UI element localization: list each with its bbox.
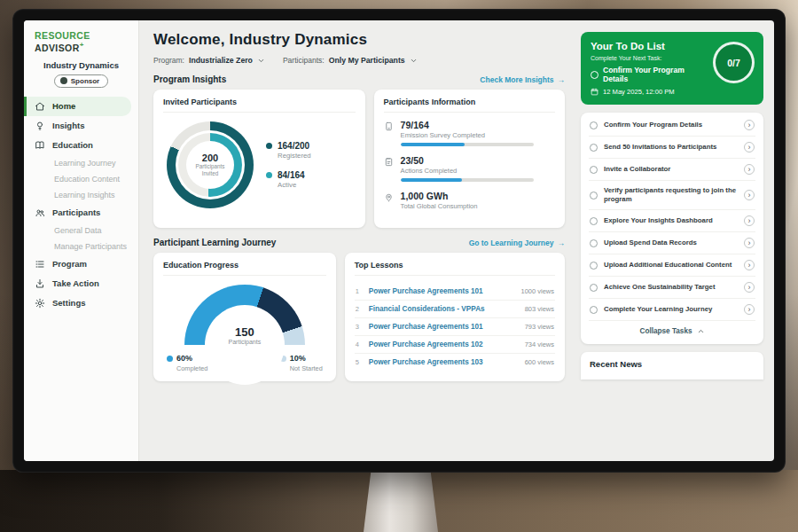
todo-summary-card: Your To Do List Complete Your Next Task:… [581, 32, 763, 105]
checkbox-icon[interactable] [590, 306, 598, 314]
org-name: Industry Dynamics [24, 60, 138, 70]
participants-information-card: Participants Information 79/164 Emission… [374, 90, 565, 228]
lesson-views: 1000 views [520, 287, 554, 295]
legend-item: 84/164 Active [266, 170, 311, 189]
checkbox-icon[interactable] [590, 144, 598, 152]
checkbox-icon[interactable] [590, 166, 598, 174]
task-item[interactable]: Send 50 Invitations to Participants › [589, 137, 755, 159]
checkbox-icon[interactable] [590, 121, 598, 129]
stat-value: 79/164 [401, 120, 534, 130]
task-label: Upload Additional Educational Content [604, 261, 738, 270]
sidebar-item-manage-participants[interactable]: Manage Participants [24, 239, 138, 254]
stat-label: Actions Completed [401, 167, 534, 175]
lesson-link[interactable]: Power Purchase Agreements 101 [369, 287, 515, 295]
people-icon [35, 207, 45, 218]
collapse-label: Collapse Tasks [639, 327, 692, 335]
sponsor-label: Sponsor [71, 77, 99, 85]
todo-next-task[interactable]: Confirm Your Program Details [591, 66, 710, 83]
lesson-row: 1 Power Purchase Agreements 101 1000 vie… [355, 283, 555, 301]
lesson-row: 3 Power Purchase Agreements 101 793 view… [355, 318, 555, 336]
sidebar-item-take-action[interactable]: Take Action [24, 274, 138, 293]
checkbox-icon[interactable] [591, 71, 598, 79]
task-item[interactable]: Confirm Your Program Details › [589, 114, 755, 137]
sidebar-item-general-data[interactable]: General Data [24, 223, 138, 239]
gear-icon [35, 298, 45, 309]
task-item[interactable]: Explore Your Insights Dashboard › [589, 210, 755, 232]
checkbox-icon[interactable] [590, 192, 598, 200]
chevron-right-icon[interactable]: › [744, 260, 755, 270]
section-title: Participant Learning Journey [153, 238, 276, 247]
program-dropdown[interactable]: Program: Industrialize Zero [153, 56, 265, 65]
task-label: Complete Your Learning Journey [604, 305, 738, 314]
sidebar-item-label: Education [52, 140, 93, 150]
sidebar-item-insights[interactable]: Insights [24, 116, 138, 136]
legend-label: Active [278, 181, 305, 189]
program-label: Program: [153, 56, 184, 65]
task-label: Explore Your Insights Dashboard [604, 216, 738, 225]
todo-progress-ring: 0/7 [713, 42, 755, 83]
chevron-right-icon[interactable]: › [744, 164, 755, 175]
sidebar-item-settings[interactable]: Settings [24, 293, 138, 313]
chevron-right-icon[interactable]: › [744, 142, 755, 153]
lesson-views: 600 views [525, 358, 554, 366]
invited-donut-chart: 200 Participants Invited [167, 121, 254, 208]
arrow-right-icon: → [558, 239, 566, 247]
task-item[interactable]: Complete Your Learning Journey › [589, 299, 755, 321]
top-lessons-card: Top Lessons 1 Power Purchase Agreements … [345, 253, 565, 381]
actions-icon [384, 157, 394, 167]
donut-center-label: Participants Invited [191, 163, 230, 176]
sponsor-icon [60, 77, 67, 84]
task-item[interactable]: Achieve One Sustainability Target › [589, 277, 755, 299]
participants-dropdown[interactable]: Participants: Only My Participants [283, 56, 418, 65]
lesson-link[interactable]: Power Purchase Agreements 101 [369, 323, 519, 331]
lesson-link[interactable]: Power Purchase Agreements 103 [369, 358, 519, 366]
collapse-tasks-button[interactable]: Collapse Tasks [589, 321, 755, 342]
legend-value: 164/200 [278, 141, 309, 151]
chevron-right-icon[interactable]: › [744, 282, 755, 293]
chevron-right-icon[interactable]: › [744, 238, 755, 248]
checkbox-icon[interactable] [590, 217, 598, 225]
chevron-right-icon[interactable]: › [744, 215, 755, 226]
sidebar-item-learning-insights[interactable]: Learning Insights [24, 187, 138, 203]
task-label: Confirm Your Program Details [604, 121, 738, 129]
sidebar-item-education-content[interactable]: Education Content [24, 171, 138, 187]
gauge-hole [205, 305, 285, 385]
lesson-row: 2 Financial Considerations - VPPAs 803 v… [355, 301, 555, 318]
sidebar-item-participants[interactable]: Participants [24, 203, 138, 223]
checkbox-icon[interactable] [590, 284, 598, 292]
chevron-right-icon[interactable]: › [744, 304, 755, 315]
dashboard-screen: RESOURCE ADVISOR+ Industry Dynamics Spon… [24, 20, 774, 461]
page-title: Welcome, Industry Dynamics [153, 31, 565, 49]
checkbox-icon[interactable] [590, 262, 598, 270]
link-label: Go to Learning Journey [469, 239, 554, 247]
legend-item: 164/200 Registered [266, 141, 311, 160]
chevron-right-icon[interactable]: › [744, 190, 755, 200]
survey-icon [384, 121, 394, 131]
sidebar-item-home[interactable]: Home [24, 97, 131, 116]
sidebar-item-program[interactable]: Program [24, 254, 138, 274]
card-title: Participants Information [384, 98, 555, 113]
task-item[interactable]: Verify participants requesting to join t… [589, 181, 755, 210]
go-to-learning-journey-link[interactable]: Go to Learning Journey → [469, 239, 565, 247]
sidebar-item-learning-journey[interactable]: Learning Journey [24, 155, 138, 171]
task-item[interactable]: Upload Spend Data Records › [589, 232, 755, 254]
list-icon [35, 259, 45, 270]
lesson-link[interactable]: Financial Considerations - VPPAs [369, 305, 519, 313]
calendar-icon [591, 88, 598, 96]
brand-plus: + [80, 41, 84, 49]
check-more-insights-link[interactable]: Check More Insights → [480, 75, 565, 84]
education-gauge-chart: 150 Participants [184, 285, 305, 345]
sidebar-item-education[interactable]: Education [24, 136, 138, 155]
lesson-views: 734 views [525, 340, 554, 348]
todo-panel: Your To Do List Complete Your Next Task:… [575, 20, 774, 461]
checkbox-icon[interactable] [590, 239, 598, 247]
lesson-link[interactable]: Power Purchase Agreements 102 [369, 340, 519, 348]
task-item[interactable]: Upload Additional Educational Content › [589, 254, 755, 277]
legend-label: Registered [278, 152, 311, 160]
legend-value: 84/164 [278, 170, 305, 180]
progress-track [401, 143, 534, 146]
chevron-right-icon[interactable]: › [744, 120, 755, 130]
task-item[interactable]: Invite a Collaborator › [589, 159, 755, 181]
card-title: Top Lessons [355, 261, 555, 276]
lesson-rank: 3 [356, 323, 363, 331]
